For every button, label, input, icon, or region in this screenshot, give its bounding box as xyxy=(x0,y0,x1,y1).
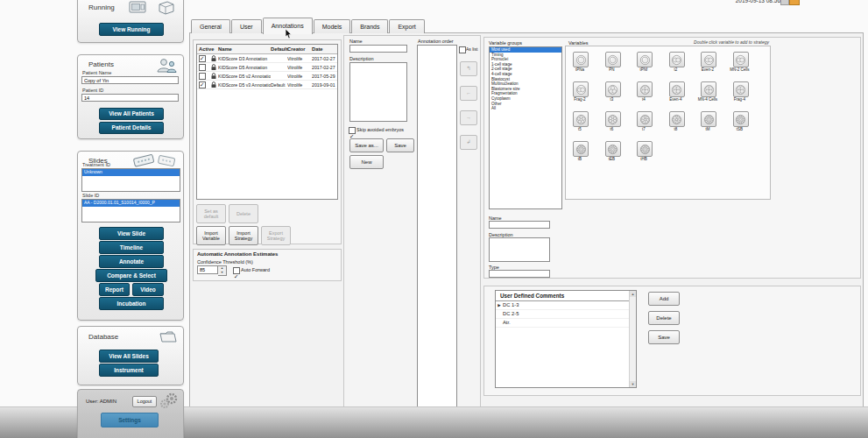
variable-mn-2-cells[interactable] xyxy=(733,52,749,67)
strategy-table[interactable]: Active Name Default Creator Date KIDScor… xyxy=(196,44,338,200)
variable-t3[interactable] xyxy=(605,81,621,97)
editor-description-label: Description xyxy=(349,56,374,61)
variable-teb[interactable] xyxy=(605,141,621,157)
variable-group-item[interactable]: All xyxy=(490,106,561,111)
confidence-input[interactable] xyxy=(197,265,218,274)
comment-text: DC 1-3 xyxy=(503,301,519,309)
tab-general[interactable]: General xyxy=(191,19,230,33)
variable-frag-2[interactable] xyxy=(573,81,589,97)
variable-t4[interactable] xyxy=(637,81,653,97)
strategy-row[interactable]: KIDScore D5 v2 AnnotationVitrolife2017-0… xyxy=(197,72,337,81)
variable-groups-list[interactable]: Most usedTimingPronuclei1-cell stage2-ce… xyxy=(489,46,562,209)
add-comment-button[interactable]: Add xyxy=(648,292,680,306)
tab-brands[interactable]: Brands xyxy=(351,19,388,33)
save-as-button[interactable]: Save as... xyxy=(349,138,384,152)
treatment-item[interactable]: Unknown xyxy=(82,169,180,176)
variable-type-input[interactable] xyxy=(489,270,550,278)
slide-item[interactable]: AA - D2000.01.01_S10014_I0000_P xyxy=(82,200,180,207)
tab-user[interactable]: User xyxy=(231,19,262,33)
view-slide-button[interactable]: View Slide xyxy=(99,227,164,240)
variable-tsb[interactable] xyxy=(733,111,749,127)
view-all-slides-button[interactable]: View All Slides xyxy=(99,350,159,363)
variable-mn-4-cells[interactable] xyxy=(701,81,716,97)
auto-forward-checkbox[interactable] xyxy=(233,267,240,274)
import-strategy-button[interactable]: Import Strategy xyxy=(229,226,258,245)
slide-id-list[interactable]: AA - D2000.01.01_S10014_I0000_P xyxy=(81,199,180,223)
order-remove-button[interactable]: → xyxy=(460,110,477,125)
variable-even-2[interactable] xyxy=(701,52,716,67)
variable-description-textarea[interactable] xyxy=(489,237,550,262)
tab-export[interactable]: Export xyxy=(389,19,424,33)
active-checkbox[interactable] xyxy=(199,73,206,80)
active-checkbox[interactable] xyxy=(199,55,206,62)
instrument-button[interactable]: Instrument xyxy=(99,364,159,377)
comment-row[interactable]: Atr. xyxy=(496,319,630,328)
variable-t6[interactable] xyxy=(605,111,621,127)
variable-tm[interactable] xyxy=(701,111,716,127)
set-as-default-button[interactable]: Set as default xyxy=(196,204,226,223)
compare-select-button[interactable]: Compare & Select xyxy=(95,269,167,282)
comment-row[interactable]: ▶DC 1-3 xyxy=(496,301,630,310)
patient-id-input[interactable] xyxy=(81,94,179,102)
comments-scrollbar[interactable]: ▲ ▼ xyxy=(629,291,636,387)
variable-pn[interactable] xyxy=(605,52,621,67)
scroll-down-icon[interactable]: ▼ xyxy=(630,381,636,387)
confidence-spinner[interactable]: ▲▼ xyxy=(218,265,227,276)
annotation-order-list[interactable] xyxy=(417,45,457,420)
running-title: Running xyxy=(88,4,115,11)
treatment-id-list[interactable]: Unknown xyxy=(81,168,180,192)
variable-t2[interactable] xyxy=(669,52,685,67)
logout-button[interactable]: Logout xyxy=(132,396,157,407)
patient-name-input[interactable] xyxy=(81,76,179,84)
strategy-row[interactable]: KIDScore D3 AnnotationVitrolife2017-02-2… xyxy=(197,54,337,63)
delete-strategy-button[interactable]: Delete xyxy=(229,204,258,223)
variable-tb[interactable] xyxy=(573,141,589,157)
status-icon xyxy=(780,0,789,5)
delete-comment-button[interactable]: Delete xyxy=(648,311,680,325)
variable-frag-4[interactable] xyxy=(733,81,749,97)
order-move-bottom-button[interactable]: ↲ xyxy=(460,135,477,150)
save-strategy-button[interactable]: Save xyxy=(386,138,414,152)
save-comment-button[interactable]: Save xyxy=(648,330,680,344)
timeline-button[interactable]: Timeline xyxy=(99,241,164,254)
incubation-button[interactable]: Incubation xyxy=(99,297,164,310)
active-checkbox[interactable] xyxy=(199,81,206,88)
user-label: User: ADMIN xyxy=(86,399,116,404)
variable-thb[interactable] xyxy=(637,141,653,157)
settings-button[interactable]: Settings xyxy=(101,413,159,427)
variable-tpna[interactable] xyxy=(573,52,589,67)
comments-list[interactable]: User Defined Comments ▶DC 1-3DC 2-5Atr. … xyxy=(495,290,637,388)
video-button[interactable]: Video xyxy=(132,283,164,296)
strategy-row[interactable]: KIDScore D5 v3 AnnotationDefaultVitrolif… xyxy=(197,81,337,89)
variable-t5[interactable] xyxy=(573,111,589,127)
active-checkbox[interactable] xyxy=(199,64,206,71)
variable-t8[interactable] xyxy=(669,111,685,127)
export-strategy-button[interactable]: Export Strategy xyxy=(261,226,291,245)
comment-row[interactable]: DC 2-5 xyxy=(496,310,630,319)
skip-avoided-checkbox[interactable] xyxy=(349,127,356,134)
col-name: Name xyxy=(218,46,271,52)
view-running-button[interactable]: View Running xyxy=(99,23,164,36)
order-add-button[interactable]: ← xyxy=(460,86,477,101)
order-move-top-button[interactable]: ↰ xyxy=(460,61,477,76)
editor-description-textarea[interactable] xyxy=(349,62,407,122)
new-strategy-button[interactable]: New xyxy=(349,155,384,169)
report-button[interactable]: Report xyxy=(99,283,130,296)
variable-tpnf[interactable] xyxy=(637,52,653,67)
editor-name-input[interactable] xyxy=(349,45,407,53)
annotation-order-label: Annotation order xyxy=(418,39,454,44)
strategy-row[interactable]: KIDScore D5 AnnotationVitrolife2017-02-2… xyxy=(197,63,337,72)
scroll-up-icon[interactable]: ▲ xyxy=(630,291,636,297)
tab-models[interactable]: Models xyxy=(314,19,351,33)
as-list-checkbox[interactable] xyxy=(459,46,466,53)
tab-bar: GeneralUserAnnotationsModelsBrandsExport xyxy=(191,19,425,33)
annotate-button[interactable]: Annotate xyxy=(99,255,164,268)
strategy-creator: Vitrolife xyxy=(287,82,312,88)
variable-t7[interactable] xyxy=(637,111,653,127)
variable-even-4[interactable] xyxy=(669,81,685,97)
variable-name-input[interactable] xyxy=(489,221,550,229)
patient-details-button[interactable]: Patient Details xyxy=(99,122,164,134)
strategy-creator: Vitrolife xyxy=(287,65,312,70)
import-variable-button[interactable]: Import Variable xyxy=(196,226,226,245)
view-all-patients-button[interactable]: View All Patients xyxy=(99,108,164,120)
